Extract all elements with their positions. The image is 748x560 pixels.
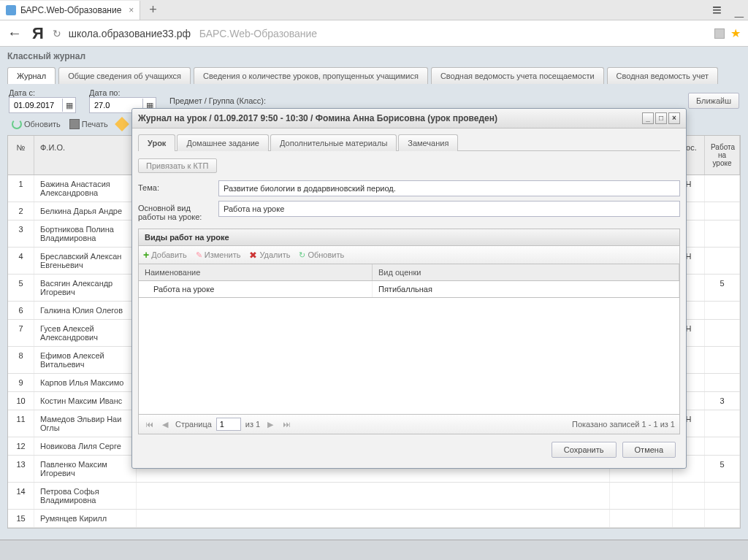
cell-fio: Карпов Илья Максимо	[34, 374, 137, 391]
cell-work[interactable]	[705, 347, 740, 373]
url-title: БАРС.Web-Образование	[199, 28, 317, 39]
cell-work[interactable]	[705, 483, 740, 509]
close-icon[interactable]: ×	[668, 112, 680, 124]
tab-summary-report[interactable]: Сводная ведомость учет	[607, 67, 718, 84]
minimize-icon[interactable]: _	[735, 1, 744, 20]
table-row[interactable]: 15Румянцев Кирилл	[8, 510, 740, 528]
cell-fio: Бажина Анастасия Александровна	[34, 175, 137, 202]
work-type-input[interactable]: Работа на уроке	[218, 201, 680, 217]
cell-attendance[interactable]	[673, 510, 705, 527]
table-row[interactable]: 14Петрова Софья Владимировна	[8, 483, 740, 510]
cell-work[interactable]	[705, 202, 740, 220]
date-from-input[interactable]	[9, 101, 62, 110]
nearest-button[interactable]: Ближайш	[688, 93, 739, 109]
dialog-title-bar[interactable]: Журнал на урок / 01.09.2017 9:50 - 10:30…	[132, 109, 686, 129]
date-from-label: Дата с:	[9, 88, 76, 97]
refresh-button[interactable]: ↻Обновить	[299, 250, 344, 260]
browser-tab-strip: БАРС.Web-Образование × + ≡ _	[0, 0, 748, 20]
lesson-dialog: Журнал на урок / 01.09.2017 9:50 - 10:30…	[131, 108, 687, 469]
cancel-button[interactable]: Отмена	[622, 442, 676, 458]
refresh-button[interactable]: Обновить	[9, 118, 64, 131]
tema-input[interactable]: Развитие биологии в додарвиновский перио…	[218, 180, 680, 196]
cell-work[interactable]	[705, 510, 740, 527]
page-input[interactable]	[216, 418, 241, 431]
page-label: Страница	[175, 420, 212, 429]
cell-number: 13	[8, 456, 34, 482]
cell-work[interactable]: 3	[705, 392, 740, 410]
cell-fio: Костин Максим Иванс	[34, 392, 137, 410]
cell-work[interactable]: 5	[705, 456, 740, 482]
edit-button[interactable]: ✎Изменить	[196, 250, 241, 260]
cell-number: 7	[8, 320, 34, 346]
dlg-tab-remarks[interactable]: Замечания	[398, 134, 458, 151]
reload-icon[interactable]: ↻	[53, 28, 61, 39]
cell-work[interactable]	[705, 220, 740, 247]
cell-work[interactable]	[705, 410, 740, 437]
browser-tab[interactable]: БАРС.Web-Образование ×	[0, 1, 140, 20]
cell-work[interactable]: 5	[705, 275, 740, 301]
bookmark-star-icon[interactable]: ★	[730, 26, 741, 40]
cell-work[interactable]	[705, 437, 740, 455]
cell-attendance[interactable]	[673, 483, 705, 509]
add-button[interactable]: +Добавить	[143, 249, 187, 261]
ktp-button[interactable]: Привязать к КТП	[138, 158, 217, 173]
window-controls: ≡ _	[712, 1, 748, 20]
yandex-logo[interactable]: Я	[32, 24, 44, 43]
date-from-field[interactable]: ▦	[9, 97, 76, 113]
subject-label: Предмет / Группа (Класс):	[169, 96, 266, 105]
cell-work[interactable]	[705, 320, 740, 346]
cell-work[interactable]	[705, 374, 740, 391]
print-icon	[69, 119, 80, 129]
back-button[interactable]: ←	[7, 25, 22, 42]
work-type-label: Основной вид работы на уроке:	[138, 201, 218, 221]
dialog-tabs: Урок Домашнее задание Дополнительные мат…	[138, 134, 680, 151]
first-page-icon[interactable]: ⏮	[143, 420, 155, 429]
cell-spacer	[137, 483, 610, 509]
cell-work[interactable]	[705, 248, 740, 274]
menu-icon[interactable]: ≡	[712, 1, 722, 20]
cell-fio: Белкина Дарья Андре	[34, 202, 137, 220]
cell-number: 12	[8, 437, 34, 455]
tab-journal[interactable]: Журнал	[7, 67, 56, 84]
cell-number: 6	[8, 302, 34, 319]
refresh-icon	[12, 119, 22, 129]
calendar-icon[interactable]: ▦	[62, 99, 75, 112]
last-page-icon[interactable]: ⏭	[280, 420, 292, 429]
cell-number: 15	[8, 510, 34, 527]
row-type: Пятибалльная	[373, 281, 679, 297]
url-display[interactable]: школа.образование33.рф БАРС.Web-Образова…	[69, 28, 317, 39]
minimize-icon[interactable]: _	[642, 112, 654, 124]
col-work: Работа на уроке	[705, 136, 740, 174]
cell-number: 2	[8, 202, 34, 220]
dlg-tab-lesson[interactable]: Урок	[138, 134, 175, 151]
cell-number: 9	[8, 374, 34, 391]
delete-button[interactable]: ✖Удалить	[249, 250, 290, 261]
dlg-tab-materials[interactable]: Дополнительные материалы	[270, 134, 397, 151]
cell-fio: Петрова Софья Владимировна	[34, 483, 137, 509]
cell-date	[610, 483, 673, 509]
tab-missed-lessons[interactable]: Сведения о количестве уроков, пропущенны…	[194, 67, 428, 84]
works-grid-row[interactable]: Работа на уроке Пятибалльная	[138, 281, 680, 298]
prev-page-icon[interactable]: ◀	[159, 420, 171, 429]
cell-date	[610, 510, 673, 527]
cell-work[interactable]	[705, 175, 740, 202]
row-name: Работа на уроке	[139, 281, 373, 297]
url-host: школа.образование33.рф	[69, 28, 191, 39]
save-button[interactable]: Сохранить	[552, 442, 617, 458]
cell-number: 5	[8, 275, 34, 301]
refresh-icon: ↻	[299, 250, 305, 260]
dlg-tab-homework[interactable]: Домашнее задание	[177, 134, 269, 151]
next-page-icon[interactable]: ▶	[264, 420, 276, 429]
cell-fio: Румянцев Кирилл	[34, 510, 137, 527]
page-of: из 1	[245, 420, 260, 429]
tab-attendance-report[interactable]: Сводная ведомость учета посещаемости	[431, 67, 604, 84]
new-tab-button[interactable]: +	[140, 2, 166, 18]
works-toolbar: +Добавить ✎Изменить ✖Удалить ↻Обновить	[138, 246, 680, 264]
tab-students-info[interactable]: Общие сведения об учащихся	[58, 67, 191, 84]
tab-close-icon[interactable]: ×	[129, 5, 134, 15]
cell-work[interactable]	[705, 302, 740, 319]
maximize-icon[interactable]: □	[655, 112, 667, 124]
tema-label: Тема:	[138, 180, 218, 192]
print-button[interactable]: Печать	[66, 118, 111, 131]
edit-button[interactable]	[114, 118, 130, 131]
